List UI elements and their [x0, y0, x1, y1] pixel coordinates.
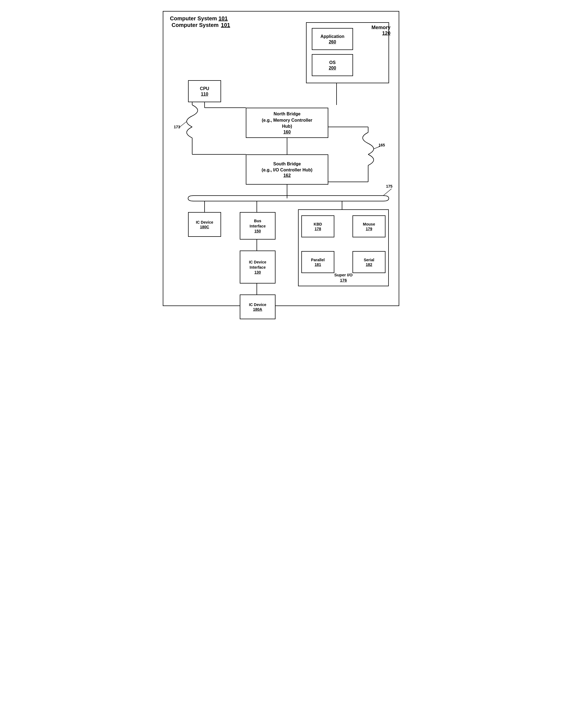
serial-num: 182: [366, 262, 372, 267]
mouse-num: 179: [366, 227, 372, 231]
parallel-box: Parallel 181: [302, 251, 334, 273]
super-io-num: 176: [340, 278, 347, 282]
ic-device-interface-label: IC Device Interface: [249, 260, 266, 270]
diagram-area: Computer System 101 Memory 120 Applicati…: [171, 20, 391, 294]
kbd-box: KBD 178: [302, 215, 334, 237]
serial-label: Serial: [364, 257, 374, 263]
connector-173-label: 173: [174, 125, 180, 129]
ic-device-180a-box: IC Device 180A: [240, 294, 275, 319]
page: Computer System 101: [157, 5, 405, 324]
outer-border: Computer System 101: [163, 11, 399, 306]
memory-label-area: Memory 120: [347, 25, 391, 36]
memory-label-text: Memory: [347, 25, 391, 30]
north-bridge-num: 160: [284, 130, 291, 135]
cpu-label: CPU: [200, 86, 209, 92]
os-label: OS: [329, 60, 336, 66]
connector-165-label: 165: [379, 143, 385, 147]
south-bridge-num: 162: [284, 173, 291, 178]
bus-interface-num: 150: [254, 229, 260, 233]
mouse-box: Mouse 179: [353, 215, 386, 237]
north-bridge-box: North Bridge (e.g., Memory Controller Hu…: [246, 108, 328, 138]
bus-interface-box: Bus Interface 150: [240, 212, 275, 240]
south-bridge-label: South Bridge (e.g., I/O Controller Hub): [262, 161, 313, 173]
computer-system-label: Computer System 101: [171, 22, 230, 28]
parallel-num: 181: [315, 262, 321, 267]
application-label: Application: [320, 34, 344, 40]
super-io-label: Super I/O: [334, 272, 353, 278]
system-title-text: Computer System: [171, 22, 218, 28]
ic-device-180c-box: IC Device 180C: [188, 212, 221, 237]
application-num: 260: [329, 40, 336, 45]
ic-device-180a-label: IC Device: [249, 302, 266, 307]
ic-device-180c-num: 180C: [200, 225, 209, 229]
ic-device-180a-num: 180A: [253, 307, 262, 312]
kbd-label: KBD: [314, 222, 322, 227]
system-title-num: 101: [221, 22, 230, 28]
connector-175-label: 175: [386, 184, 392, 188]
south-bridge-box: South Bridge (e.g., I/O Controller Hub) …: [246, 154, 328, 185]
svg-line-8: [383, 189, 392, 196]
kbd-num: 178: [315, 227, 321, 231]
parallel-label: Parallel: [311, 257, 325, 263]
figure-label: FIG. 1A: [377, 329, 402, 330]
ic-device-interface-box: IC Device Interface 130: [240, 251, 275, 284]
cpu-num: 110: [201, 92, 208, 97]
os-box: OS 200: [312, 54, 353, 76]
os-num: 200: [329, 66, 336, 71]
serial-box: Serial 182: [353, 251, 386, 273]
application-box: Application 260: [312, 28, 353, 50]
north-bridge-label: North Bridge (e.g., Memory Controller Hu…: [262, 111, 312, 129]
cpu-box: CPU 110: [188, 80, 221, 102]
bus-interface-label: Bus Interface: [250, 218, 265, 229]
svg-line-17: [180, 121, 187, 127]
ic-device-interface-num: 130: [254, 270, 260, 274]
ic-device-180c-label: IC Device: [196, 220, 213, 225]
super-io-outer-box: KBD 178 Mouse 179 Parallel 181 Serial 18…: [298, 209, 389, 286]
memory-num-text: 120: [347, 30, 391, 36]
mouse-label: Mouse: [363, 222, 375, 227]
